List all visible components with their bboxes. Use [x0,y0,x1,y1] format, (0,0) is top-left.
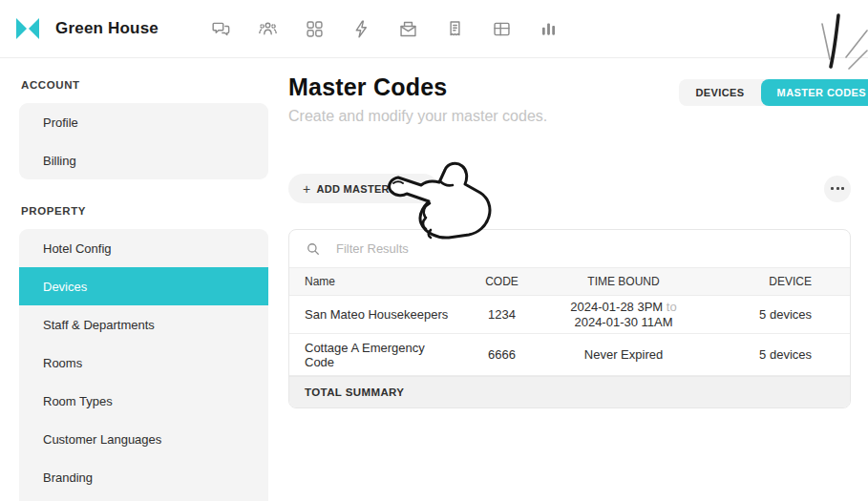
main-content: Master Codes Create and modify your mast… [288,58,868,501]
row-time-bound: Never Expired [552,347,695,362]
sidebar-item-label: Room Types [43,394,113,408]
table-header-row: Name CODE TIME BOUND DEVICE [289,268,850,296]
brand-name: Green House [55,19,159,38]
top-nav [210,18,559,39]
sidebar-item-devices[interactable]: Devices [19,267,268,305]
more-options-button[interactable] [824,176,851,202]
sidebar: ACCOUNT Profile Billing PROPERTY Hotel C… [0,58,288,501]
ellipsis-icon [831,187,834,190]
tab-devices[interactable]: DEVICES [679,79,760,106]
sidebar-section-property: PROPERTY [21,205,268,217]
sidebar-section-account: ACCOUNT [21,79,268,91]
column-header-name: Name [289,275,452,288]
sidebar-item-label: Billing [43,154,76,168]
search-icon [305,240,322,258]
inbox-icon[interactable] [397,18,418,39]
column-header-device: DEVICE [695,275,850,288]
time-bound-join: to [667,300,677,314]
zap-icon[interactable] [350,18,371,39]
row-device: 5 devices [695,347,850,362]
brand-logo-icon [15,17,40,40]
sidebar-item-branding[interactable]: Branding [19,458,268,496]
column-header-code: CODE [452,275,552,288]
team-icon[interactable] [257,18,278,39]
sidebar-item-billing[interactable]: Billing [19,141,268,179]
column-header-time-bound: TIME BOUND [552,275,695,288]
row-device: 5 devices [695,307,850,322]
apps-icon[interactable] [304,18,325,39]
sidebar-item-label: Profile [43,115,78,130]
table-row[interactable]: San Mateo Housekeepers 1234 2024-01-28 3… [289,296,850,334]
sidebar-item-customer-languages[interactable]: Customer Languages [19,420,268,458]
master-codes-table: Name CODE TIME BOUND DEVICE San Mateo Ho… [288,229,851,408]
table-footer: TOTAL SUMMARY [289,376,850,407]
chat-icon[interactable] [210,18,231,39]
tab-master-codes[interactable]: MASTER CODES [761,79,868,106]
row-name: San Mateo Housekeepers [289,307,452,322]
table-row[interactable]: Cottage A Emergency Code 6666 Never Expi… [289,334,850,376]
receipt-icon[interactable] [444,18,465,39]
row-name: Cottage A Emergency Code [289,341,452,369]
add-master-code-label: ADD MASTER CODE [316,183,424,195]
sidebar-item-staff-departments[interactable]: Staff & Departments [19,305,268,344]
row-code: 6666 [452,347,552,362]
table-icon[interactable] [491,18,512,39]
sidebar-item-profile[interactable]: Profile [19,103,268,141]
actions-row: + ADD MASTER CODE [288,174,851,203]
row-code: 1234 [452,307,552,322]
filter-row [289,230,850,268]
filter-input[interactable] [334,240,835,257]
sidebar-item-label: Branding [43,470,93,485]
sidebar-item-room-types[interactable]: Room Types [19,382,268,420]
sidebar-item-label: Rooms [43,356,82,370]
sidebar-item-label: Customer Languages [43,432,161,447]
sidebar-card-property: Hotel Config Devices Staff & Departments… [19,229,268,501]
page-subtitle: Create and modify your master codes. [288,108,851,125]
sidebar-item-rooms[interactable]: Rooms [19,344,268,382]
top-bar: Green House [0,0,868,58]
sidebar-item-label: Hotel Config [43,241,112,256]
row-time-bound: 2024-01-28 3PM to 2024-01-30 11AM [552,300,695,330]
add-master-code-button[interactable]: + ADD MASTER CODE [288,174,438,203]
sidebar-card-account: Profile Billing [19,103,268,179]
sidebar-item-label: Staff & Departments [43,318,155,332]
plus-icon: + [303,181,310,197]
sidebar-item-hotel-config[interactable]: Hotel Config [19,229,268,267]
sidebar-item-label: Devices [43,280,87,294]
chart-icon[interactable] [538,18,559,39]
view-toggle: DEVICES MASTER CODES [679,79,868,106]
